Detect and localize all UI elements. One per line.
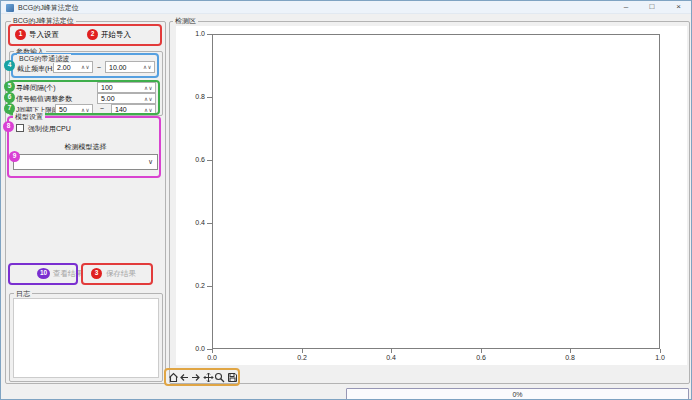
force-cpu-label: 强制使用CPU [28, 124, 71, 133]
plot-axes [212, 34, 660, 349]
model-select-hint: 检测模型选择 [13, 142, 158, 151]
annotation-badge-10: 10 [37, 268, 50, 279]
y-tick-label: 0.8 [185, 93, 205, 101]
peak-interval-label: 寻峰间隔(个) [16, 83, 56, 92]
left-panel-title: BCG的J峰算法定位 [11, 16, 76, 25]
spinner-arrows-icon[interactable]: ∧∨ [81, 64, 92, 70]
spinner-arrows-icon[interactable]: ∧∨ [144, 107, 155, 113]
window-title: BCG的J峰算法定位 [18, 3, 79, 12]
annotation-badge-1: 1 [15, 29, 26, 40]
progress-label: 0% [512, 391, 522, 398]
x-tick-mark [570, 349, 571, 353]
title-bar: BCG的J峰算法定位 – □ × [1, 1, 691, 14]
spinner-arrows-icon[interactable]: ∧∨ [144, 96, 155, 102]
cutoff-high-spinbox[interactable]: 10.00 ∧∨ [105, 61, 155, 73]
x-tick-label: 0.6 [471, 354, 491, 362]
annotation-badge-6: 6 [4, 92, 15, 103]
spinner-arrows-icon[interactable]: ∧∨ [81, 107, 92, 113]
log-title: 日志 [14, 289, 32, 298]
annotation-badge-3: 3 [91, 268, 102, 279]
forward-arrow-icon[interactable] [190, 372, 201, 383]
view-results-button[interactable]: 查看结果 [53, 269, 83, 279]
save-icon[interactable] [227, 372, 238, 383]
plot-canvas[interactable]: 1.0 0.8 0.6 0.4 0.2 0.0 0.0 0.2 0.4 0.6 … [176, 26, 687, 365]
cutoff-high-value[interactable]: 10.00 [106, 64, 143, 71]
minimize-button[interactable]: – [613, 1, 639, 14]
model-select-combobox[interactable]: ∨ [13, 154, 158, 170]
x-tick-mark [212, 349, 213, 353]
y-tick-label: 1.0 [185, 30, 205, 38]
x-tick-mark [391, 349, 392, 353]
y-tick-mark [207, 34, 212, 35]
log-textarea[interactable] [13, 298, 159, 378]
plot-panel-title: 检测区 [173, 16, 198, 25]
chevron-down-icon[interactable]: ∨ [148, 158, 157, 166]
annotation-badge-7: 7 [4, 103, 15, 114]
y-tick-label: 0.0 [185, 345, 205, 353]
peak-interval-value[interactable]: 100 [98, 84, 144, 91]
spinner-arrows-icon[interactable]: ∧∨ [144, 85, 155, 91]
y-tick-label: 0.4 [185, 219, 205, 227]
x-tick-label: 0.0 [202, 354, 222, 362]
cutoff-low-value[interactable]: 2.00 [54, 64, 81, 71]
cutoff-tilde: ~ [97, 63, 101, 72]
zoom-icon[interactable] [214, 372, 225, 383]
amplitude-value[interactable]: 5.00 [98, 95, 144, 102]
maximize-button[interactable]: □ [639, 1, 665, 14]
y-tick-mark [207, 286, 212, 287]
x-tick-mark [481, 349, 482, 353]
y-tick-mark [207, 97, 212, 98]
interval-tilde: ~ [100, 104, 104, 113]
amplitude-spinbox[interactable]: 5.00 ∧∨ [97, 93, 156, 104]
annotation-badge-5: 5 [4, 81, 15, 92]
interval-low-value[interactable]: 50 [56, 106, 81, 113]
app-window: BCG的J峰算法定位 – □ × BCG的J峰算法定位 1 导入设置 2 开始导… [0, 0, 692, 400]
home-icon[interactable] [168, 372, 179, 383]
interval-high-value[interactable]: 140 [112, 106, 144, 113]
x-tick-mark [660, 349, 661, 353]
save-results-button[interactable]: 保存结果 [106, 269, 136, 279]
interval-low-spinbox[interactable]: 50 ∧∨ [55, 104, 93, 115]
x-tick-label: 1.0 [650, 354, 670, 362]
y-tick-mark [207, 223, 212, 224]
x-tick-mark [302, 349, 303, 353]
x-tick-label: 0.4 [381, 354, 401, 362]
import-settings-button[interactable]: 导入设置 [29, 30, 59, 40]
y-tick-mark [207, 160, 212, 161]
back-arrow-icon[interactable] [179, 372, 190, 383]
start-import-button[interactable]: 开始导入 [101, 30, 131, 40]
pan-icon[interactable] [203, 372, 214, 383]
bandpass-title: BCG的带通滤波 [17, 54, 71, 63]
close-button[interactable]: × [665, 1, 692, 14]
annotation-badge-8: 8 [3, 121, 14, 132]
amplitude-label: 信号幅值调整参数 [16, 94, 72, 103]
app-icon [6, 4, 14, 12]
annotation-badge-4: 4 [4, 60, 15, 71]
annotation-badge-2: 2 [87, 29, 98, 40]
interval-high-spinbox[interactable]: 140 ∧∨ [111, 104, 156, 115]
x-tick-label: 0.8 [560, 354, 580, 362]
progress-bar: 0% [346, 388, 689, 400]
peak-interval-spinbox[interactable]: 100 ∧∨ [97, 82, 156, 93]
force-cpu-checkbox[interactable] [16, 124, 24, 132]
x-tick-label: 0.2 [292, 354, 312, 362]
y-tick-label: 0.2 [185, 282, 205, 290]
annotation-badge-9: 9 [9, 151, 20, 162]
spinner-arrows-icon[interactable]: ∧∨ [143, 64, 154, 70]
y-tick-label: 0.6 [185, 156, 205, 164]
model-settings-title: 模型设置 [13, 112, 45, 121]
